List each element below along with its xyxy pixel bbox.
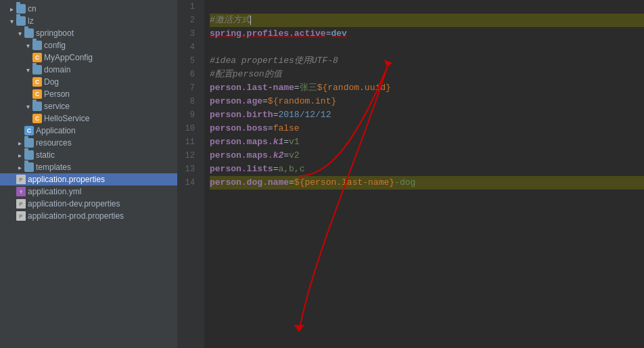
props-icon: P bbox=[16, 211, 26, 221]
line-num-6: 6 bbox=[177, 68, 199, 81]
code-line-7: person.last-name=张三${random.uuid} bbox=[210, 81, 644, 95]
prop-key-italic: k1 bbox=[273, 135, 284, 149]
code-area[interactable]: #激活方式 spring.profiles.active=dev #idea p… bbox=[204, 0, 644, 348]
code-line-8: person.age=${random.int} bbox=[210, 95, 644, 108]
prop-val: v1 bbox=[289, 135, 300, 149]
line-num-3: 3 bbox=[177, 27, 199, 41]
prop-special: ${random.int} bbox=[268, 95, 336, 108]
prop-key: person.last-name bbox=[210, 81, 294, 95]
tree-item-springboot[interactable]: springboot bbox=[0, 27, 177, 39]
tree-item-application-prod-properties[interactable]: P application-prod.properties bbox=[0, 210, 177, 222]
code-line-2: #激活方式 bbox=[210, 14, 644, 27]
prop-key: person.maps. bbox=[210, 135, 273, 149]
code-text: spring.profiles.active=dev bbox=[210, 27, 347, 41]
spring-key: spring.profiles.active bbox=[210, 28, 326, 39]
props-icon: P bbox=[16, 199, 26, 209]
tree-label: application-dev.properties bbox=[28, 199, 120, 209]
prop-key-italic: k2 bbox=[273, 149, 284, 162]
tree-label: service bbox=[44, 102, 70, 111]
arrow-icon bbox=[24, 66, 31, 73]
class-icon: C bbox=[24, 126, 34, 135]
class-icon: C bbox=[32, 89, 42, 99]
prop-key: person.age bbox=[210, 95, 262, 108]
tree-item-helloservice[interactable]: C HelloService bbox=[0, 112, 177, 125]
prop-special: ${random.uuid} bbox=[317, 81, 391, 95]
tree-item-person[interactable]: C Person bbox=[0, 88, 177, 100]
code-line-9: person.birth=2018/12/12 bbox=[210, 108, 644, 122]
prop-val: -dog bbox=[394, 176, 415, 190]
arrow-icon bbox=[16, 152, 23, 158]
line-num-13: 13 bbox=[177, 162, 199, 176]
code-line-6: #配置person的值 bbox=[210, 68, 644, 81]
tree-label: cn bbox=[28, 4, 37, 14]
tree-label: domain bbox=[44, 65, 70, 74]
tree-label: resources bbox=[36, 138, 72, 148]
tree-item-service[interactable]: service bbox=[0, 100, 177, 112]
cursor bbox=[250, 16, 251, 25]
file-tree[interactable]: cn lz springboot config C MyAppConfig do… bbox=[0, 0, 177, 348]
tree-label: springboot bbox=[36, 28, 74, 38]
comment-text: #激活方式 bbox=[210, 14, 250, 27]
arrow-icon bbox=[8, 18, 15, 24]
editor-wrapper: 1 2 3 4 5 6 7 8 9 10 11 12 13 14 bbox=[177, 0, 644, 348]
tree-item-myappconfig[interactable]: C MyAppConfig bbox=[0, 51, 177, 64]
equals: = bbox=[262, 95, 268, 108]
line-num-4: 4 bbox=[177, 41, 199, 54]
tree-label: static bbox=[36, 150, 55, 160]
equals: = bbox=[268, 122, 273, 135]
tree-item-domain[interactable]: domain bbox=[0, 64, 177, 76]
equals: = bbox=[273, 108, 279, 122]
tree-label: lz bbox=[28, 16, 34, 26]
tree-item-application[interactable]: C Application bbox=[0, 125, 177, 137]
code-line-4 bbox=[210, 41, 644, 54]
yaml-icon: Y bbox=[16, 187, 26, 196]
folder-icon bbox=[24, 28, 34, 38]
tree-label: MyAppConfig bbox=[44, 53, 93, 62]
line-num-11: 11 bbox=[177, 135, 199, 149]
tree-label: application.properties bbox=[28, 175, 105, 184]
prop-key: person.dog.name bbox=[210, 176, 289, 190]
line-num-8: 8 bbox=[177, 95, 199, 108]
tree-item-static[interactable]: static bbox=[0, 149, 177, 161]
tree-label: HelloService bbox=[44, 114, 89, 123]
folder-icon bbox=[32, 102, 42, 111]
spring-val: dev bbox=[331, 28, 346, 39]
tree-item-config[interactable]: config bbox=[0, 39, 177, 51]
tree-item-application-dev-properties[interactable]: P application-dev.properties bbox=[0, 198, 177, 210]
line-num-1: 1 bbox=[177, 0, 199, 14]
tree-label: config bbox=[44, 41, 66, 50]
tree-label: Application bbox=[36, 126, 76, 135]
equals: = bbox=[289, 176, 294, 190]
class-icon: C bbox=[32, 77, 42, 87]
tree-item-lz[interactable]: lz bbox=[0, 15, 177, 27]
prop-key: person.boss bbox=[210, 122, 268, 135]
folder-icon bbox=[32, 41, 42, 50]
prop-val: false bbox=[273, 122, 300, 135]
folder-icon bbox=[16, 4, 26, 14]
arrow-icon bbox=[24, 42, 31, 49]
code-line-3: spring.profiles.active=dev bbox=[210, 27, 644, 41]
folder-icon bbox=[32, 65, 42, 74]
tree-label: templates bbox=[36, 162, 71, 172]
comment-text: #配置person的值 bbox=[210, 68, 282, 81]
tree-item-resources[interactable]: resources bbox=[0, 137, 177, 149]
tree-label: Person bbox=[44, 89, 70, 99]
editor[interactable]: 1 2 3 4 5 6 7 8 9 10 11 12 13 14 bbox=[177, 0, 644, 348]
tree-item-dog[interactable]: C Dog bbox=[0, 76, 177, 88]
prop-special: ${person.last-name} bbox=[294, 176, 394, 190]
prop-val: 2018/12/12 bbox=[278, 108, 331, 122]
equals: = bbox=[283, 149, 289, 162]
class-icon: C bbox=[32, 114, 42, 123]
tree-item-application-yml[interactable]: Y application.yml bbox=[0, 186, 177, 198]
tree-label: application-prod.properties bbox=[28, 211, 124, 221]
prop-val: a,b,c bbox=[278, 162, 304, 176]
arrow-icon bbox=[16, 164, 23, 171]
code-line-10: person.boss=false bbox=[210, 122, 644, 135]
tree-item-templates[interactable]: templates bbox=[0, 161, 177, 173]
tree-item-application-properties[interactable]: P application.properties bbox=[0, 173, 177, 186]
prop-val: 张三 bbox=[300, 81, 317, 95]
arrow-icon bbox=[8, 5, 15, 12]
tree-item-cn[interactable]: cn bbox=[0, 3, 177, 15]
folder-icon bbox=[24, 150, 34, 160]
tree-label: application.yml bbox=[28, 187, 81, 196]
